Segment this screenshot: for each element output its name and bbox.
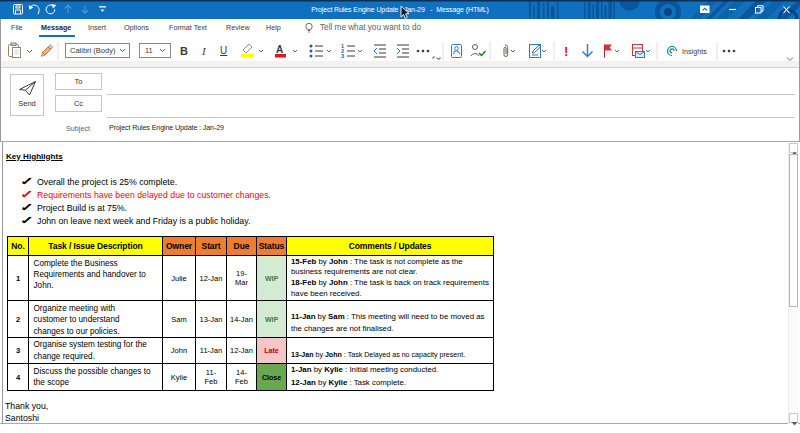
svg-text:11: 11 <box>145 46 153 55</box>
svg-text:3: 3 <box>341 53 344 59</box>
svg-text:A: A <box>276 44 283 55</box>
svg-text:U: U <box>220 45 227 56</box>
svg-text:Insights: Insights <box>682 47 707 56</box>
svg-text:!: ! <box>564 44 568 59</box>
svg-text:I: I <box>201 45 207 57</box>
svg-text:Calibri (Body): Calibri (Body) <box>70 46 116 55</box>
svg-text:B: B <box>180 45 188 57</box>
